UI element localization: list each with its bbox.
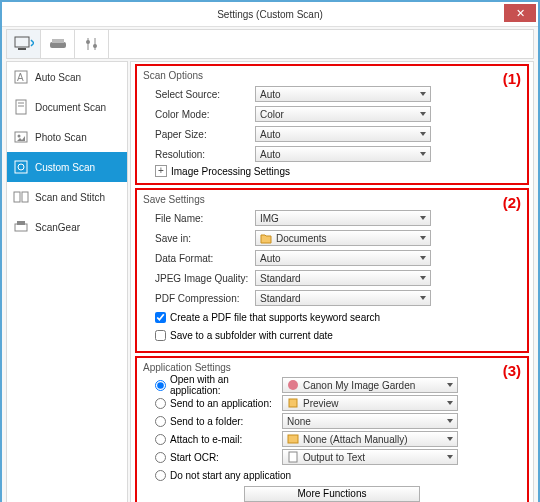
window-title: Settings (Custom Scan) bbox=[217, 9, 323, 20]
radio-label: Do not start any application bbox=[170, 470, 291, 481]
dropdown-value: Color bbox=[260, 109, 284, 120]
dropdown-value: Standard bbox=[260, 293, 301, 304]
custom-scan-icon bbox=[13, 159, 29, 175]
color-mode-dropdown[interactable]: Color bbox=[255, 106, 431, 122]
close-button[interactable]: ✕ bbox=[504, 4, 536, 22]
open-with-app-dropdown[interactable]: Canon My Image Garden bbox=[282, 377, 458, 393]
svg-rect-22 bbox=[289, 399, 297, 407]
dropdown-value: Standard bbox=[260, 273, 301, 284]
send-to-folder-dropdown[interactable]: None bbox=[282, 413, 458, 429]
dropdown-value: Auto bbox=[260, 89, 281, 100]
keyword-search-checkbox[interactable] bbox=[155, 312, 166, 323]
tab-scan-from-computer[interactable] bbox=[7, 30, 41, 58]
text-icon bbox=[287, 451, 299, 463]
svg-rect-10 bbox=[16, 100, 26, 114]
attach-email-radio[interactable] bbox=[155, 434, 166, 445]
start-ocr-dropdown[interactable]: Output to Text bbox=[282, 449, 458, 465]
dropdown-value: None bbox=[287, 416, 311, 427]
auto-scan-icon: A bbox=[13, 69, 29, 85]
image-processing-expander[interactable]: + Image Processing Settings bbox=[143, 165, 521, 177]
resolution-dropdown[interactable]: Auto bbox=[255, 146, 431, 162]
svg-point-5 bbox=[86, 40, 90, 44]
select-source-dropdown[interactable]: Auto bbox=[255, 86, 431, 102]
open-with-app-radio[interactable] bbox=[155, 380, 166, 391]
svg-rect-23 bbox=[288, 435, 298, 443]
document-scan-icon bbox=[13, 99, 29, 115]
save-in-dropdown[interactable]: Documents bbox=[255, 230, 431, 246]
sidebar-item-scangear[interactable]: ScanGear bbox=[7, 212, 127, 242]
svg-point-14 bbox=[18, 135, 21, 138]
svg-point-21 bbox=[288, 380, 298, 390]
svg-point-16 bbox=[18, 164, 24, 170]
radio-label: Attach to e-mail: bbox=[170, 434, 278, 445]
sidebar-item-custom-scan[interactable]: Custom Scan bbox=[7, 152, 127, 182]
file-name-field[interactable]: IMG bbox=[255, 210, 431, 226]
paper-size-dropdown[interactable]: Auto bbox=[255, 126, 431, 142]
section-save-settings: Save Settings (2) File Name: IMG Save in… bbox=[135, 188, 529, 353]
mail-icon bbox=[287, 433, 299, 445]
subfolder-checkbox[interactable] bbox=[155, 330, 166, 341]
svg-rect-15 bbox=[15, 161, 27, 173]
callout-2: (2) bbox=[503, 194, 521, 211]
sidebar-item-auto-scan[interactable]: A Auto Scan bbox=[7, 62, 127, 92]
more-functions-button[interactable]: More Functions bbox=[244, 486, 420, 502]
svg-rect-17 bbox=[14, 192, 20, 202]
data-format-dropdown[interactable]: Auto bbox=[255, 250, 431, 266]
scanner-icon bbox=[48, 36, 68, 52]
sidebar-item-document-scan[interactable]: Document Scan bbox=[7, 92, 127, 122]
dropdown-value: Preview bbox=[303, 398, 339, 409]
checkbox-label: Save to a subfolder with current date bbox=[170, 330, 333, 341]
send-to-app-dropdown[interactable]: Preview bbox=[282, 395, 458, 411]
sidebar-item-label: Photo Scan bbox=[35, 132, 87, 143]
sidebar-item-label: ScanGear bbox=[35, 222, 80, 233]
dropdown-value: Auto bbox=[260, 129, 281, 140]
svg-rect-24 bbox=[289, 452, 297, 462]
svg-rect-0 bbox=[15, 37, 29, 47]
send-to-folder-radio[interactable] bbox=[155, 416, 166, 427]
svg-rect-3 bbox=[52, 39, 64, 43]
file-name-label: File Name: bbox=[143, 213, 255, 224]
button-label: More Functions bbox=[298, 488, 367, 499]
do-not-start-radio[interactable] bbox=[155, 470, 166, 481]
section-scan-options: Scan Options (1) Select Source: Auto Col… bbox=[135, 64, 529, 185]
sidebar-item-label: Auto Scan bbox=[35, 72, 81, 83]
pdf-compression-dropdown[interactable]: Standard bbox=[255, 290, 431, 306]
sidebar-item-label: Custom Scan bbox=[35, 162, 95, 173]
select-source-label: Select Source: bbox=[143, 89, 255, 100]
textbox-value: IMG bbox=[260, 213, 279, 224]
monitor-arrow-icon bbox=[14, 36, 34, 52]
scangear-icon bbox=[13, 219, 29, 235]
start-ocr-radio[interactable] bbox=[155, 452, 166, 463]
sidebar-item-photo-scan[interactable]: Photo Scan bbox=[7, 122, 127, 152]
section-title: Application Settings bbox=[143, 362, 521, 373]
svg-rect-18 bbox=[22, 192, 28, 202]
expander-label: Image Processing Settings bbox=[171, 166, 290, 177]
svg-text:A: A bbox=[17, 72, 24, 83]
save-in-label: Save in: bbox=[143, 233, 255, 244]
jpeg-quality-label: JPEG Image Quality: bbox=[143, 273, 255, 284]
section-title: Save Settings bbox=[143, 194, 521, 205]
folder-icon bbox=[260, 232, 272, 244]
radio-label: Open with an application: bbox=[170, 374, 278, 396]
radio-label: Send to a folder: bbox=[170, 416, 278, 427]
data-format-label: Data Format: bbox=[143, 253, 255, 264]
dropdown-value: Output to Text bbox=[303, 452, 365, 463]
resolution-label: Resolution: bbox=[143, 149, 255, 160]
send-to-app-radio[interactable] bbox=[155, 398, 166, 409]
tab-scan-from-panel[interactable] bbox=[41, 30, 75, 58]
attach-email-dropdown[interactable]: None (Attach Manually) bbox=[282, 431, 458, 447]
jpeg-quality-dropdown[interactable]: Standard bbox=[255, 270, 431, 286]
top-tabs bbox=[6, 29, 534, 59]
preview-icon bbox=[287, 397, 299, 409]
sidebar-item-scan-and-stitch[interactable]: Scan and Stitch bbox=[7, 182, 127, 212]
sidebar-item-label: Scan and Stitch bbox=[35, 192, 105, 203]
plus-icon: + bbox=[155, 165, 167, 177]
sidebar-item-label: Document Scan bbox=[35, 102, 106, 113]
tab-general-settings[interactable] bbox=[75, 30, 109, 58]
dropdown-value: Canon My Image Garden bbox=[303, 380, 415, 391]
svg-rect-19 bbox=[15, 224, 27, 231]
titlebar: Settings (Custom Scan) ✕ bbox=[2, 2, 538, 26]
dropdown-value: Auto bbox=[260, 149, 281, 160]
callout-3: (3) bbox=[503, 362, 521, 379]
sidebar: A Auto Scan Document Scan Photo Scan Cus… bbox=[6, 61, 128, 502]
